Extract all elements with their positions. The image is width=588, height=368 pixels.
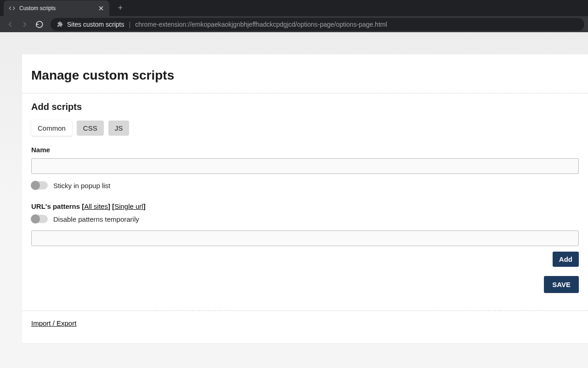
back-button[interactable] (4, 18, 17, 31)
page-background: Manage custom scripts Add scripts Common… (0, 32, 588, 368)
extension-label: Sites custom scripts (67, 21, 124, 28)
tab-common[interactable]: Common (31, 121, 72, 136)
add-button[interactable]: Add (553, 252, 579, 267)
browser-toolbar: Sites custom scripts | chrome-extension:… (0, 16, 588, 32)
divider (22, 93, 588, 93)
all-sites-link[interactable]: All sites (84, 202, 108, 210)
tab-css[interactable]: CSS (77, 121, 104, 136)
patterns-label: URL's patterns [All sites] [Single url] (31, 202, 579, 210)
name-label: Name (31, 146, 579, 154)
single-url-link[interactable]: Single url (114, 202, 143, 210)
address-separator: | (129, 21, 130, 28)
tab-js[interactable]: JS (108, 121, 130, 136)
name-input[interactable] (31, 158, 579, 174)
footer-divider (22, 310, 588, 311)
section-title: Add scripts (31, 102, 579, 112)
patterns-label-text: URL's patterns (31, 202, 82, 210)
new-tab-button[interactable]: + (114, 2, 127, 15)
main-panel: Manage custom scripts Add scripts Common… (22, 54, 588, 343)
browser-chrome: Custom scripts + Sites custom scripts | … (0, 0, 588, 32)
reload-button[interactable] (33, 18, 46, 31)
browser-tab[interactable]: Custom scripts (4, 0, 109, 16)
page-title: Manage custom scripts (22, 68, 588, 83)
disable-patterns-toggle[interactable] (31, 215, 48, 223)
script-type-tabs: Common CSS JS (31, 121, 579, 136)
close-icon[interactable] (97, 5, 105, 12)
tab-title: Custom scripts (19, 5, 94, 12)
code-icon (8, 5, 16, 12)
disable-patterns-label: Disable patterns temporarily (53, 215, 139, 223)
tab-strip: Custom scripts + (0, 0, 588, 16)
import-export-link[interactable]: Import / Export (22, 319, 76, 336)
extension-icon (56, 21, 63, 28)
pattern-input[interactable] (31, 230, 579, 246)
forward-button[interactable] (18, 18, 31, 31)
sticky-label: Sticky in popup list (53, 182, 110, 190)
address-url: chrome-extension://emkopaekaokjgnbhjeffh… (135, 21, 387, 28)
address-bar[interactable]: Sites custom scripts | chrome-extension:… (51, 18, 584, 31)
sticky-toggle[interactable] (31, 181, 48, 190)
save-button[interactable]: SAVE (544, 276, 579, 293)
